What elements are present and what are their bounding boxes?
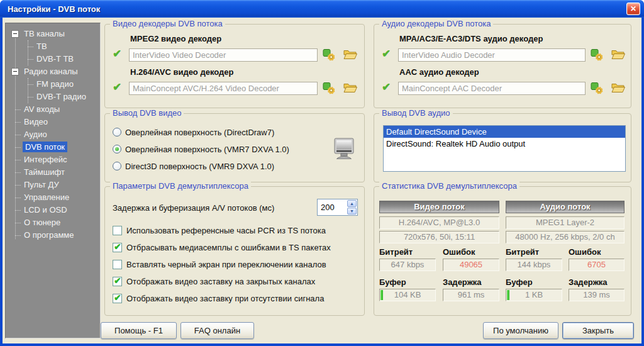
titlebar: Настройки - DVB поток ✕ [0, 0, 644, 18]
audio-output-panel: Вывод DVB аудио Default DirectSound Devi… [374, 113, 631, 182]
sidebar-item-audio[interactable]: Аудио [6, 128, 100, 141]
close-button[interactable]: Закрыть [562, 322, 634, 339]
plugin-gear-icon[interactable] [323, 48, 336, 61]
h264-decoder-field[interactable]: MainConcept AVC/H.264 Video Decoder [129, 82, 318, 95]
sidebar-item-interface[interactable]: Интерфейс [6, 153, 100, 166]
audio-delay-value: 139 ms [569, 289, 625, 301]
mpa-decoder-field[interactable]: InterVideo Audio Decoder [398, 48, 586, 62]
checkbox-checked-icon[interactable]: ✔ [113, 277, 122, 286]
sidebar-item-video[interactable]: Видео [6, 116, 100, 128]
audio-device-list[interactable]: Default DirectSound Device DirectSound: … [383, 125, 626, 172]
sidebar-item-lcd-osd[interactable]: LCD и OSD [6, 204, 100, 216]
defaults-button[interactable]: По умолчанию [483, 322, 558, 339]
checkbox-splash-nosignal[interactable]: ✔ Отображать видео заставку при отсутств… [113, 294, 324, 303]
sidebar-item-tv-channels[interactable]: ТВ каналы [6, 28, 100, 40]
panel-title: Статистика DVB демультиплексора [379, 181, 519, 191]
delay-input[interactable]: 200 [318, 199, 347, 215]
buffer-level-bar [507, 290, 509, 300]
decoder-label: MPA/AC3/E-AC3/DTS аудио декодер [399, 34, 543, 43]
spin-down-icon[interactable]: ▼ [347, 208, 357, 215]
aac-decoder-field[interactable]: MainConcept AAC Decoder [398, 82, 586, 95]
sidebar-item-about-tuner[interactable]: О тюнере [6, 216, 100, 229]
buffer-label: Буфер [506, 277, 533, 287]
buffer-label: Буфер [379, 277, 406, 287]
help-button[interactable]: Помощь - F1 [101, 322, 177, 339]
delay-spinner: 200 ▲ ▼ [317, 199, 358, 216]
window-title: Настройки - DVB поток [8, 4, 100, 14]
folder-open-icon[interactable] [611, 49, 625, 62]
checkbox-pcr-clock[interactable]: ✔ Использовать референсные часы PCR из T… [113, 226, 326, 235]
sidebar-item-about-program[interactable]: О программе [6, 229, 100, 242]
sidebar-item-control[interactable]: Управление [6, 191, 100, 204]
folder-open-icon[interactable] [611, 82, 625, 95]
faq-online-button[interactable]: FAQ онлайн [180, 322, 254, 339]
panel-title: Видео декодеры DVB потока [110, 19, 225, 29]
checkbox-checked-icon[interactable]: ✔ [113, 294, 122, 303]
bitrate-label: Битрейт [506, 247, 539, 257]
sidebar-item-dvb-stream[interactable]: DVB поток [6, 141, 100, 153]
checkbox-splash-scrambled[interactable]: ✔ Отображать видео заставку на закрытых … [113, 277, 315, 286]
plugin-gear-icon[interactable] [591, 82, 604, 94]
video-delay-value: 961 ms [443, 289, 499, 301]
delay-label: Задержка [443, 277, 482, 287]
check-ok-icon: ✔ [113, 48, 121, 60]
crt-monitor-icon [333, 138, 355, 161]
check-ok-icon: ✔ [113, 81, 121, 94]
buffer-level-bar [380, 290, 383, 300]
radio-directdraw7[interactable]: Оверлейная поверхность (DirectDraw7) [113, 127, 274, 137]
errors-label: Ошибок [443, 247, 475, 257]
panel-title: Аудио декодеры DVB потока [379, 19, 493, 29]
checkbox-icon[interactable]: ✔ [113, 260, 122, 269]
check-ok-icon: ✔ [382, 48, 391, 60]
decoder-label: MPEG2 видео декодер [130, 34, 221, 43]
mpeg2-decoder-field[interactable]: InterVideo Video Decoder [129, 48, 318, 62]
demux-params-panel: Параметры DVB демультиплексора Задержка … [104, 186, 365, 316]
sidebar-item-radio-channels[interactable]: Радио каналы [6, 65, 100, 78]
audio-decoders-panel: Аудио декодеры DVB потока MPA/AC3/E-AC3/… [374, 24, 631, 108]
delay-label: Задержка и буферизация A/V потоков (мс) [113, 203, 274, 213]
folder-open-icon[interactable] [343, 82, 357, 95]
video-output-panel: Вывод DVB видео Оверлейная поверхность (… [104, 113, 365, 182]
panel-title: Вывод DVB аудио [379, 108, 453, 118]
video-stream-header: Видео поток [379, 201, 499, 213]
video-bitrate-value: 647 kbps [379, 259, 436, 271]
sidebar-item-dvbt-tv[interactable]: DVB-T ТВ [6, 53, 100, 65]
close-icon[interactable]: ✕ [626, 3, 640, 15]
checkbox-black-screen[interactable]: ✔ Вставлять черный экран при переключени… [113, 260, 326, 269]
collapse-icon[interactable] [11, 30, 19, 38]
radio-direct3d-vmr9[interactable]: Direct3D поверхность (VMR9 DXVA 1.0) [113, 161, 274, 171]
collapse-icon[interactable] [11, 68, 19, 75]
bitrate-label: Битрейт [379, 247, 413, 257]
checkbox-drop-samples[interactable]: ✔ Отбрасывать медиасемплы с ошибками в T… [113, 243, 331, 252]
audio-format-value: 48000 Hz, 256 kbps, 2/0 ch [506, 231, 625, 243]
radio-selected-icon[interactable] [113, 145, 121, 153]
list-item-realtek-hd[interactable]: DirectSound: Realtek HD Audio output [384, 138, 625, 150]
decoder-label: H.264/AVC видео декодер [130, 67, 233, 77]
selected-tree-item: DVB поток [23, 142, 67, 152]
radio-vmr7-dxva[interactable]: Оверлейная поверхность (VMR7 DXVA 1.0) [113, 144, 289, 154]
audio-bitrate-value: 144 kbps [506, 259, 562, 271]
sidebar-item-remote-control[interactable]: Пульт ДУ [6, 179, 100, 191]
sidebar-item-dvbt-radio[interactable]: DVB-T радио [6, 91, 100, 103]
sidebar-item-tv[interactable]: ТВ [6, 40, 100, 53]
radio-icon[interactable] [113, 162, 121, 170]
video-codec-value: H.264/AVC, MP@L3.0 [379, 216, 499, 229]
radio-icon[interactable] [113, 128, 121, 137]
audio-stream-header: Аудио поток [506, 201, 625, 213]
checkbox-icon[interactable]: ✔ [113, 226, 122, 235]
plugin-gear-icon[interactable] [323, 82, 336, 94]
checkbox-checked-icon[interactable]: ✔ [113, 243, 122, 252]
sidebar-item-fm-radio[interactable]: FM радио [6, 78, 100, 91]
plugin-gear-icon[interactable] [591, 48, 604, 61]
video-errors-value: 49065 [443, 259, 499, 271]
decoder-label: AAC аудио декодер [399, 67, 479, 77]
video-buffer-value: 104 KB [379, 289, 436, 301]
sidebar-item-timeshift[interactable]: Таймшифт [6, 166, 100, 179]
spin-up-icon[interactable]: ▲ [347, 200, 357, 207]
sidebar-item-av-inputs[interactable]: AV входы [6, 103, 100, 116]
list-item-default-directsound[interactable]: Default DirectSound Device [384, 126, 625, 138]
errors-label: Ошибок [569, 247, 601, 257]
audio-buffer-value: 1 KB [506, 289, 562, 301]
folder-open-icon[interactable] [343, 49, 357, 62]
check-ok-icon: ✔ [382, 81, 391, 94]
